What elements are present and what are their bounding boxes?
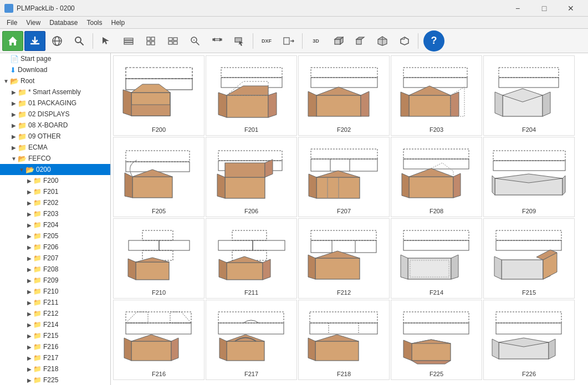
minimize-button[interactable]: − bbox=[505, 0, 530, 17]
zoom-tool-2[interactable] bbox=[207, 31, 228, 51]
grid-tool-1[interactable] bbox=[118, 31, 139, 51]
grid-cell-f206[interactable]: F206 bbox=[206, 137, 297, 217]
f210-label: F210 bbox=[152, 289, 166, 296]
sidebar-item-fefco[interactable]: ▼ 📂 FEFCO bbox=[0, 153, 110, 164]
search-button[interactable] bbox=[69, 31, 90, 51]
sidebar-item-ecma[interactable]: ▶ 📁 ECMA bbox=[0, 142, 110, 153]
sidebar-item-f210[interactable]: ▶ 📁 F210 bbox=[0, 286, 110, 297]
sidebar-item-f216[interactable]: ▶ 📁 F216 bbox=[0, 341, 110, 352]
cursor-button[interactable] bbox=[96, 31, 117, 51]
grid-cell-f200[interactable]: F200 bbox=[113, 55, 204, 136]
sidebar-item-smart-assembly[interactable]: ▶ 📁 * Smart Assembly bbox=[0, 86, 110, 97]
3d-view-3[interactable] bbox=[372, 31, 393, 51]
select-tool[interactable] bbox=[229, 31, 250, 51]
sidebar-item-0200[interactable]: ▼ 📂 0200 bbox=[0, 164, 110, 175]
grid-cell-f210[interactable]: F210 bbox=[113, 218, 204, 299]
sidebar-item-f208[interactable]: ▶ 📁 F208 bbox=[0, 264, 110, 275]
sidebar-item-f207[interactable]: ▶ 📁 F207 bbox=[0, 253, 110, 264]
menu-help[interactable]: Help bbox=[107, 17, 130, 29]
sidebar-item-f217[interactable]: ▶ 📁 F217 bbox=[0, 352, 110, 363]
sidebar-item-download[interactable]: ⬇ Download bbox=[0, 64, 110, 75]
sidebar-item-f209[interactable]: ▶ 📁 F209 bbox=[0, 275, 110, 286]
svg-rect-15 bbox=[173, 38, 177, 40]
dxf-button[interactable]: DXF bbox=[256, 31, 277, 51]
grid-cell-f218[interactable]: F218 bbox=[298, 300, 390, 380]
sidebar-item-f206[interactable]: ▶ 📁 F206 bbox=[0, 242, 110, 253]
grid-cell-f201[interactable]: F201 bbox=[206, 55, 297, 136]
export-tool[interactable] bbox=[278, 31, 299, 51]
svg-rect-84 bbox=[311, 159, 377, 171]
grid-cell-f215[interactable]: F215 bbox=[483, 218, 575, 299]
menu-view[interactable]: View bbox=[22, 17, 45, 29]
svg-rect-109 bbox=[136, 262, 169, 280]
svg-marker-165 bbox=[412, 361, 451, 364]
grid-cell-f214[interactable]: F214 bbox=[391, 218, 482, 299]
sidebar-item-root[interactable]: ▼ 📂 Root bbox=[0, 75, 110, 86]
f214-label: F214 bbox=[430, 289, 443, 296]
svg-rect-9 bbox=[124, 43, 133, 44]
menu-database[interactable]: Database bbox=[45, 17, 82, 29]
3d-view-1[interactable] bbox=[328, 31, 349, 51]
svg-rect-99 bbox=[493, 151, 565, 161]
sidebar-item-f214[interactable]: ▶ 📁 F214 bbox=[0, 319, 110, 330]
grid-tool-3[interactable] bbox=[162, 31, 183, 51]
grid-cell-f202[interactable]: F202 bbox=[298, 55, 390, 136]
zoom-tool[interactable]: + bbox=[185, 31, 206, 51]
sidebar-item-f203[interactable]: ▶ 📁 F203 bbox=[0, 208, 110, 219]
grid-cell-f209[interactable]: F209 bbox=[483, 137, 575, 217]
sidebar-item-f204[interactable]: ▶ 📁 F204 bbox=[0, 219, 110, 230]
f203-label: F203 bbox=[430, 126, 443, 133]
sidebar-item-f202[interactable]: ▶ 📁 F202 bbox=[0, 197, 110, 208]
grid-cell-f208[interactable]: F208 bbox=[391, 137, 482, 217]
f201-label: F201 bbox=[244, 126, 258, 133]
download-button[interactable] bbox=[24, 31, 45, 51]
3d-view-4[interactable] bbox=[394, 31, 415, 51]
f200-label: F200 bbox=[152, 126, 166, 133]
grid-cell-f226[interactable]: F226 bbox=[483, 300, 575, 380]
f200-diagram bbox=[116, 59, 202, 125]
3d-view-2[interactable] bbox=[350, 31, 371, 51]
title-bar: PLMPackLib - 0200 − □ ✕ bbox=[0, 0, 588, 17]
grid-cell-f212[interactable]: F212 bbox=[298, 218, 390, 299]
close-button[interactable]: ✕ bbox=[558, 0, 584, 17]
sidebar-item-f205[interactable]: ▶ 📁 F205 bbox=[0, 230, 110, 242]
window-title: PLMPackLib - 0200 bbox=[17, 4, 75, 12]
menu-bar: File View Database Tools Help bbox=[0, 17, 588, 29]
menu-tools[interactable]: Tools bbox=[83, 17, 107, 29]
grid-cell-f225[interactable]: F225 bbox=[391, 300, 482, 380]
sidebar-item-start-page[interactable]: 📄 Start page bbox=[0, 53, 110, 64]
f217-label: F217 bbox=[244, 371, 258, 377]
sidebar-item-f211[interactable]: ▶ 📁 F211 bbox=[0, 297, 110, 308]
sidebar-item-displays[interactable]: ▶ 📁 02 DISPLAYS bbox=[0, 109, 110, 120]
grid-cell-f207[interactable]: F207 bbox=[298, 137, 390, 217]
sidebar-item-f201[interactable]: ▶ 📁 F201 bbox=[0, 186, 110, 197]
svg-rect-72 bbox=[126, 151, 190, 162]
3d-button[interactable]: 3D bbox=[305, 31, 326, 51]
grid-cell-f204[interactable]: F204 bbox=[483, 55, 575, 136]
svg-marker-81 bbox=[225, 163, 265, 177]
svg-marker-130 bbox=[401, 255, 408, 279]
sidebar-item-f200[interactable]: ▶ 📁 F200 bbox=[0, 175, 110, 186]
grid-cell-f211[interactable]: F211 bbox=[206, 218, 297, 299]
svg-rect-54 bbox=[311, 78, 377, 88]
grid-cell-f217[interactable]: F217 bbox=[206, 300, 297, 380]
home-button[interactable] bbox=[2, 31, 23, 51]
grid-cell-f216[interactable]: F216 bbox=[113, 300, 204, 380]
help-button[interactable]: ? bbox=[423, 30, 444, 52]
grid-tool-2[interactable] bbox=[140, 31, 161, 51]
grid-cell-f205[interactable]: F205 bbox=[113, 137, 204, 217]
svg-rect-135 bbox=[502, 260, 543, 279]
f209-label: F209 bbox=[522, 208, 536, 214]
sidebar-item-f225[interactable]: ▶ 📁 F225 bbox=[0, 374, 110, 385]
sidebar-item-xboard[interactable]: ▶ 📁 08 X-BOARD bbox=[0, 120, 110, 131]
sidebar-item-f215[interactable]: ▶ 📁 F215 bbox=[0, 330, 110, 341]
sidebar-item-f218[interactable]: ▶ 📁 F218 bbox=[0, 363, 110, 374]
sidebar-item-other[interactable]: ▶ 📁 09 OTHER bbox=[0, 131, 110, 142]
menu-file[interactable]: File bbox=[2, 17, 22, 29]
svg-rect-14 bbox=[168, 38, 172, 40]
maximize-button[interactable]: □ bbox=[531, 0, 557, 17]
grid-cell-f203[interactable]: F203 bbox=[391, 55, 482, 136]
web-button[interactable] bbox=[47, 31, 68, 51]
sidebar-item-packaging[interactable]: ▶ 📁 01 PACKAGING bbox=[0, 97, 110, 109]
sidebar-item-f212[interactable]: ▶ 📁 F212 bbox=[0, 308, 110, 319]
